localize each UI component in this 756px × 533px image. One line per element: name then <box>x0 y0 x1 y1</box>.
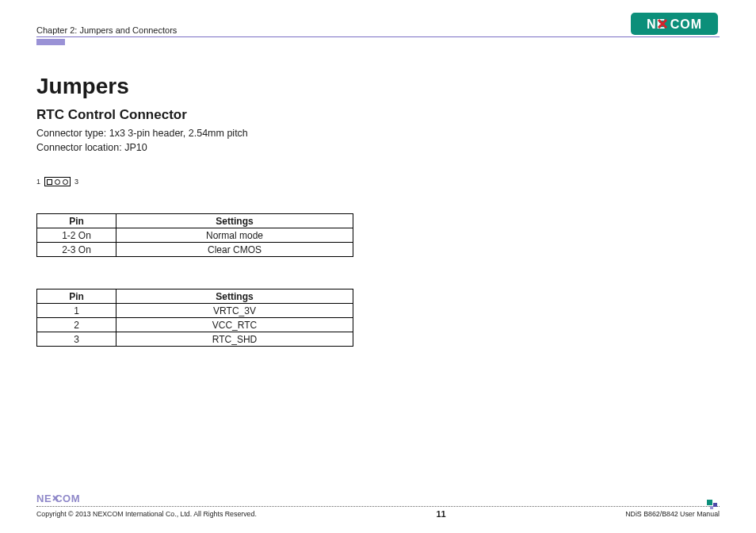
footer-pixel-icon <box>707 500 720 509</box>
table-row: 2-3 On Clear CMOS <box>37 243 353 257</box>
pin-3-icon <box>63 179 68 185</box>
svg-rect-9 <box>710 506 713 509</box>
manual-label: NDiS B862/B842 User Manual <box>625 510 720 518</box>
footer-rule <box>36 506 720 507</box>
nexcom-footer-logo: NE COM <box>36 492 720 504</box>
page-number: 11 <box>436 509 445 519</box>
nexcom-logo: NE COM <box>631 13 718 35</box>
section-subtitle: RTC Control Connector <box>36 107 720 123</box>
table-header-pin: Pin <box>37 214 116 228</box>
table-row: 2 VCC_RTC <box>37 318 353 332</box>
table-header-settings: Settings <box>116 214 353 228</box>
table-header-pin: Pin <box>37 290 116 304</box>
pin-2-icon <box>55 179 60 185</box>
svg-text:NE COM: NE COM <box>36 493 80 504</box>
svg-rect-8 <box>713 503 717 507</box>
header-accent <box>36 37 720 44</box>
table-row: 1-2 On Normal mode <box>37 228 353 243</box>
svg-rect-7 <box>707 500 712 505</box>
pin-diagram: 1 3 <box>36 177 720 186</box>
chapter-label: Chapter 2: Jumpers and Connectors <box>36 25 177 35</box>
table-header-settings: Settings <box>116 290 353 304</box>
table-row: 3 RTC_SHD <box>37 332 353 347</box>
svg-text:NE COM: NE COM <box>647 17 702 31</box>
table-row: 1 VRTC_3V <box>37 304 353 318</box>
pin-1-icon <box>47 179 52 185</box>
pin-diagram-left: 1 <box>36 178 40 186</box>
connector-type: Connector type: 1x3 3-pin header, 2.54mm… <box>36 128 720 139</box>
jumper-table-2: Pin Settings 1 VRTC_3V 2 VCC_RTC 3 RTC_S… <box>36 289 353 347</box>
connector-location: Connector location: JP10 <box>36 142 720 153</box>
copyright: Copyright © 2013 NEXCOM International Co… <box>36 510 257 518</box>
jumper-table-1: Pin Settings 1-2 On Normal mode 2-3 On C… <box>36 213 353 257</box>
page-title: Jumpers <box>36 74 720 99</box>
pin-diagram-box <box>44 177 71 186</box>
pin-diagram-right: 3 <box>74 178 78 186</box>
